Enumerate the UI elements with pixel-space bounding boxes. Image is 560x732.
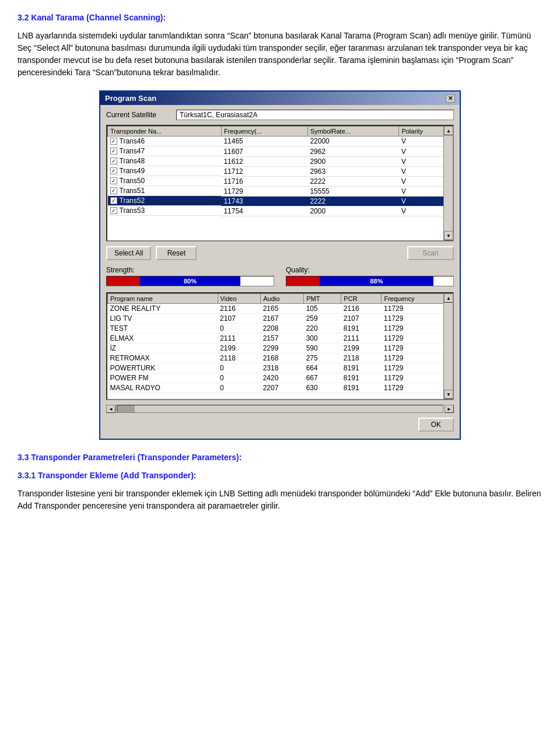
program-pmt-cell: 259	[304, 314, 341, 324]
paragraph-1: LNB ayarlarında sistemdeki uydular tanım…	[18, 30, 542, 79]
reset-button[interactable]: Reset	[156, 246, 197, 260]
transponder-row[interactable]: Trans51 11729 15555 V	[108, 186, 453, 196]
transponder-checkbox[interactable]	[110, 197, 117, 204]
transponder-checkbox[interactable]	[110, 187, 117, 194]
transponder-table-wrapper[interactable]: Transponder Na... Frequency(... SymbolRa…	[106, 125, 454, 241]
program-row[interactable]: RETROMAX 2118 2168 275 2118 11729	[108, 353, 453, 363]
program-video-cell: 0	[218, 363, 261, 373]
transponder-row[interactable]: Trans52 11743 2222 V	[108, 196, 453, 206]
current-satellite-label: Current Satellite	[106, 111, 170, 119]
program-video-cell: 2107	[218, 314, 261, 324]
transponder-row[interactable]: Trans50 11716 2222 V	[108, 176, 453, 186]
transponder-row[interactable]: Trans53 11754 2000 V	[108, 206, 453, 216]
transponder-row[interactable]: Trans48 11612 2900 V	[108, 156, 453, 166]
transponder-checkbox[interactable]	[110, 167, 117, 174]
scroll-up-arrow[interactable]: ▲	[444, 126, 453, 135]
strength-red	[107, 276, 140, 286]
transponder-name-cell: Trans46	[108, 136, 222, 146]
transponder-symbol-cell: 2000	[307, 206, 399, 216]
program-pmt-cell: 630	[304, 383, 341, 393]
programs-scroll-up[interactable]: ▲	[444, 293, 453, 303]
transponder-symbol-cell: 2963	[307, 166, 399, 176]
transponder-name-cell: Trans52	[108, 196, 222, 206]
transponder-freq-cell: 11716	[221, 176, 307, 186]
signal-section: Strength: 80% Quality: 88%	[106, 266, 454, 286]
hscroll-thumb	[117, 405, 135, 412]
program-audio-cell: 2299	[261, 344, 304, 353]
program-row[interactable]: MASAL RADYO 0 2207 630 8191 11729	[108, 383, 453, 393]
program-row[interactable]: İZ 2199 2299 590 2199 11729	[108, 344, 453, 353]
transponder-checkbox[interactable]	[110, 207, 117, 214]
program-video-cell: 2199	[218, 344, 261, 353]
dialog-wrapper: Program Scan ✕ Current Satellite Türksat…	[18, 90, 542, 440]
transponder-symbol-cell: 2222	[307, 196, 399, 206]
transponder-row[interactable]: Trans49 11712 2963 V	[108, 166, 453, 176]
program-freq-cell: 11729	[382, 304, 453, 314]
transponder-name-cell: Trans49	[108, 166, 222, 176]
program-name-cell: POWER FM	[108, 373, 218, 383]
transponder-scrollbar[interactable]: ▲ ▼	[443, 126, 453, 240]
hscroll-track	[117, 405, 443, 413]
dialog-title: Program Scan	[105, 94, 156, 103]
program-row[interactable]: ZONE REALITY 2116 2165 105 2116 11729	[108, 304, 453, 314]
transponder-row[interactable]: Trans46 11465 22000 V	[108, 136, 453, 147]
program-pcr-cell: 2107	[341, 314, 382, 324]
program-video-cell: 0	[218, 373, 261, 383]
program-scan-dialog: Program Scan ✕ Current Satellite Türksat…	[99, 90, 461, 440]
program-audio-cell: 2168	[261, 353, 304, 363]
program-row[interactable]: POWER FM 0 2420 667 8191 11729	[108, 373, 453, 383]
program-pcr-cell: 2111	[341, 334, 382, 344]
program-pcr-cell: 8191	[341, 363, 382, 373]
program-freq-cell: 11729	[382, 363, 453, 373]
quality-bar: 88%	[286, 276, 454, 286]
transponder-symbol-cell: 2900	[307, 156, 399, 166]
program-pmt-cell: 667	[304, 373, 341, 383]
transponder-checkbox[interactable]	[110, 157, 117, 164]
transponder-checkbox[interactable]	[110, 138, 117, 145]
programs-table-wrapper[interactable]: Program name Video Audio PMT PCR Frequen…	[106, 292, 454, 400]
programs-header-row: Program name Video Audio PMT PCR Frequen…	[108, 294, 453, 304]
program-video-cell: 0	[218, 383, 261, 393]
program-audio-cell: 2157	[261, 334, 304, 344]
transponder-checkbox[interactable]	[110, 148, 117, 155]
quality-blue: 88%	[320, 276, 433, 286]
scroll-down-arrow[interactable]: ▼	[444, 231, 453, 240]
program-name-cell: TEST	[108, 324, 218, 334]
transponder-freq-cell: 11754	[221, 206, 307, 216]
col-pmt: PMT	[304, 294, 341, 304]
transponder-row[interactable]: Trans47 11607 2962 V	[108, 146, 453, 156]
transponder-freq-cell: 11465	[221, 136, 307, 147]
program-row[interactable]: POWERTURK 0 2318 664 8191 11729	[108, 363, 453, 373]
program-pmt-cell: 275	[304, 353, 341, 363]
transponder-header-row: Transponder Na... Frequency(... SymbolRa…	[108, 127, 453, 136]
col-name: Transponder Na...	[108, 127, 222, 136]
subheading: 3.3.1 Transponder Ekleme (Add Transponde…	[18, 470, 542, 482]
strength-group: Strength: 80%	[106, 266, 274, 286]
program-row[interactable]: ELMAX 2111 2157 300 2111 11729	[108, 334, 453, 344]
program-freq-cell: 11729	[382, 324, 453, 334]
programs-scrollbar[interactable]: ▲ ▼	[443, 293, 453, 399]
horizontal-scroll[interactable]: ◄ ►	[106, 405, 454, 413]
program-row[interactable]: LIG TV 2107 2167 259 2107 11729	[108, 314, 453, 324]
quality-red	[286, 276, 320, 286]
programs-table: Program name Video Audio PMT PCR Frequen…	[107, 293, 453, 393]
transponder-table: Transponder Na... Frequency(... SymbolRa…	[107, 126, 453, 216]
select-all-button[interactable]: Select All	[106, 246, 151, 260]
program-name-cell: LIG TV	[108, 314, 218, 324]
close-button[interactable]: ✕	[446, 94, 455, 103]
paragraph-2: Transponder listesine yeni bir transpond…	[18, 488, 542, 512]
program-row[interactable]: TEST 0 2208 220 8191 11729	[108, 324, 453, 334]
transponder-checkbox[interactable]	[110, 177, 117, 184]
ok-button[interactable]: OK	[418, 418, 454, 432]
programs-scroll-down[interactable]: ▼	[444, 390, 453, 399]
program-video-cell: 2116	[218, 304, 261, 314]
program-name-cell: MASAL RADYO	[108, 383, 218, 393]
hscroll-right[interactable]: ►	[444, 405, 454, 413]
hscroll-left[interactable]: ◄	[106, 405, 116, 413]
transponder-freq-cell: 11607	[221, 146, 307, 156]
current-satellite-value: Türksat1C, Eurasiasat2A	[176, 110, 454, 120]
program-freq-cell: 11729	[382, 314, 453, 324]
program-pcr-cell: 2116	[341, 304, 382, 314]
scan-button[interactable]: Scan	[407, 246, 454, 260]
quality-label: Quality:	[286, 266, 454, 274]
